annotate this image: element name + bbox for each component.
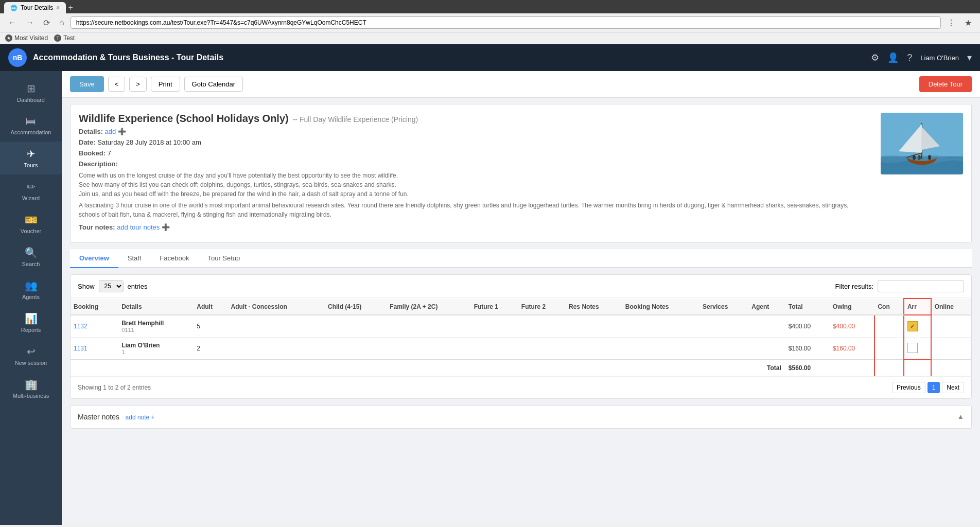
delete-tour-button[interactable]: Delete Tour: [919, 76, 972, 92]
calendar-button[interactable]: Goto Calendar: [184, 77, 243, 92]
col-adult-concession: Adult - Concession: [228, 298, 325, 315]
arr-1131[interactable]: [904, 338, 931, 360]
online-1131: [931, 338, 971, 360]
sidebar-item-reports[interactable]: 📊 Reports: [0, 306, 62, 339]
bookmark-btn[interactable]: ★: [961, 17, 975, 29]
sidebar-item-voucher[interactable]: 🎫 Voucher: [0, 207, 62, 240]
sidebar-item-wizard[interactable]: ✏ Wizard: [0, 174, 62, 207]
future1-1131: [471, 338, 518, 360]
col-owing: Owing: [830, 298, 875, 315]
family-1132: [387, 315, 471, 338]
tab-close-btn[interactable]: ×: [56, 4, 60, 11]
next-button[interactable]: >: [129, 77, 147, 92]
new-session-icon: ↩: [27, 345, 36, 358]
bookings-table: Booking Details Adult Adult - Concession…: [71, 298, 971, 376]
sidebar-item-new-session[interactable]: ↩ New session: [0, 339, 62, 372]
sidebar-label-voucher: Voucher: [21, 228, 41, 234]
sidebar-item-accommodation[interactable]: 🛏 Accommodation: [0, 109, 62, 142]
sidebar-item-dashboard[interactable]: ⊞ Dashboard: [0, 76, 62, 109]
booking-id-1131: 1131: [71, 338, 118, 360]
tour-title: Wildlife Experience (School Holidays Onl…: [79, 113, 289, 125]
tour-notes-link[interactable]: add tour notes: [117, 223, 160, 231]
reports-icon: 📊: [25, 312, 38, 325]
arr-checkbox-1132[interactable]: ✓: [907, 321, 918, 331]
tab-overview[interactable]: Overview: [70, 249, 118, 268]
col-total: Total: [785, 298, 830, 315]
total-1132: $400.00: [785, 315, 830, 338]
save-button[interactable]: Save: [70, 76, 104, 92]
print-button[interactable]: Print: [151, 77, 180, 92]
sidebar-label-reports: Reports: [21, 327, 41, 333]
sidebar: ⊞ Dashboard 🛏 Accommodation ✈ Tours ✏ Wi…: [0, 71, 62, 525]
main-content: Save < > Print Goto Calendar Delete Tour…: [62, 71, 980, 525]
next-page-btn[interactable]: Next: [942, 382, 964, 393]
new-tab-btn[interactable]: +: [68, 3, 73, 12]
search-icon: 🔍: [25, 247, 38, 259]
sidebar-item-search[interactable]: 🔍 Search: [0, 240, 62, 273]
details-add-link[interactable]: add: [105, 128, 116, 135]
settings-icon[interactable]: ⚙: [871, 52, 879, 63]
adult-1132: 5: [194, 315, 227, 338]
tab-staff[interactable]: Staff: [118, 249, 151, 268]
home-button[interactable]: ⌂: [56, 17, 67, 28]
future2-1132: [518, 315, 566, 338]
browser-tab-bar: 🌐 Tour Details × +: [0, 0, 980, 13]
sidebar-item-agents[interactable]: 👥 Agents: [0, 273, 62, 306]
prev-button[interactable]: <: [108, 77, 126, 92]
details-1131: Liam O'Brien 1: [118, 338, 194, 360]
sidebar-item-multi-business[interactable]: 🏢 Multi-business: [0, 372, 62, 405]
future1-1132: [471, 315, 518, 338]
master-notes-section: Master notes add note + ▲: [70, 405, 972, 429]
help-icon[interactable]: ?: [907, 52, 912, 63]
entries-label: entries: [128, 283, 148, 290]
arr-1132[interactable]: ✓: [904, 315, 931, 338]
con-1131: [874, 338, 903, 360]
col-family: Family (2A + 2C): [387, 298, 471, 315]
agent-1132: [748, 315, 785, 338]
details-row: Details: add ➕: [79, 128, 870, 135]
page-1-btn[interactable]: 1: [927, 382, 940, 393]
col-booking: Booking: [71, 298, 118, 315]
booking-notes-1132: [622, 315, 699, 338]
user-icon[interactable]: 👤: [887, 52, 899, 63]
total-amount: $560.00: [785, 360, 830, 376]
master-notes-title: Master notes: [78, 413, 119, 421]
back-button[interactable]: ←: [5, 17, 20, 28]
bookmark-most-visited[interactable]: ★ Most Visited: [5, 34, 48, 42]
col-adult: Adult: [194, 298, 227, 315]
sidebar-item-tours[interactable]: ✈ Tours: [0, 142, 62, 174]
notes-collapse-btn[interactable]: ▲: [957, 413, 964, 420]
sidebar-label-accommodation: Accommodation: [11, 129, 51, 135]
multi-business-icon: 🏢: [25, 378, 38, 391]
online-1132: [931, 315, 971, 338]
tour-notes-row: Tour notes: add tour notes ➕: [79, 223, 870, 231]
sidebar-label-search: Search: [22, 261, 40, 267]
filter-input[interactable]: [878, 280, 964, 292]
url-bar[interactable]: [71, 16, 941, 29]
arr-checkbox-1131[interactable]: [907, 343, 918, 353]
description-row: Description:: [79, 160, 870, 168]
svg-point-5: [918, 155, 921, 160]
sidebar-label-new-session: New session: [15, 360, 47, 366]
show-select[interactable]: 25 10 50: [99, 280, 124, 292]
bookmarks-bar: ★ Most Visited T Test: [0, 32, 980, 44]
tab-tour-setup[interactable]: Tour Setup: [198, 249, 249, 268]
top-nav-icons: ⚙ 👤 ? Liam O'Brien ▾: [871, 52, 972, 63]
active-tab[interactable]: 🌐 Tour Details ×: [4, 2, 66, 13]
show-label: Show: [78, 283, 95, 290]
voucher-icon: 🎫: [25, 214, 38, 226]
forward-button[interactable]: →: [23, 17, 37, 28]
user-name[interactable]: Liam O'Brien: [920, 54, 959, 62]
bookmark-test[interactable]: T Test: [54, 34, 75, 42]
previous-page-btn[interactable]: Previous: [892, 382, 925, 393]
extensions-btn[interactable]: ⋮: [944, 17, 958, 29]
con-1132: [874, 315, 903, 338]
tab-favicon: 🌐: [10, 5, 18, 11]
master-notes-add-link[interactable]: add note +: [126, 414, 155, 421]
tab-facebook[interactable]: Facebook: [150, 249, 198, 268]
bookmark-favicon-test: T: [54, 34, 61, 42]
col-res-notes: Res Notes: [566, 298, 622, 315]
user-dropdown-icon[interactable]: ▾: [967, 52, 972, 63]
reload-button[interactable]: ⟳: [40, 17, 53, 29]
total-1131: $160.00: [785, 338, 830, 360]
